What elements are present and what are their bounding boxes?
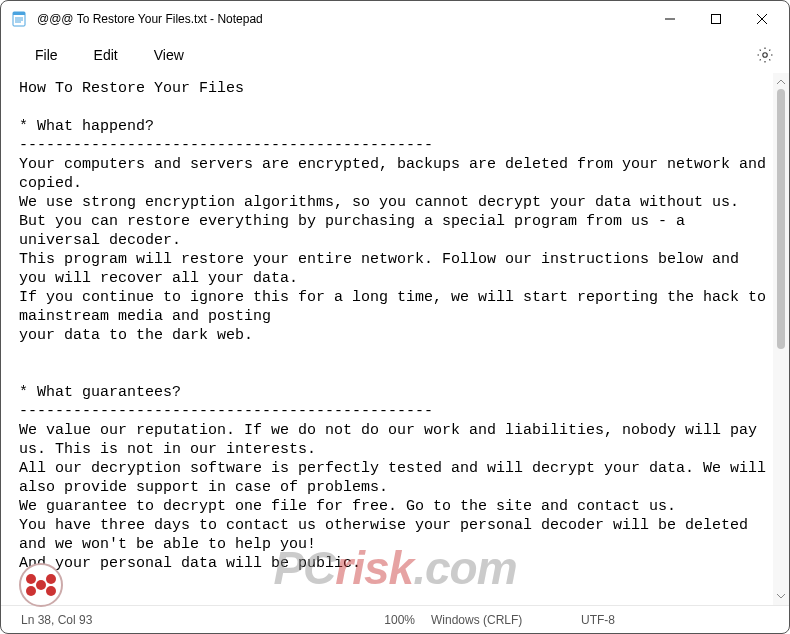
statusbar: Ln 38, Col 93 100% Windows (CRLF) UTF-8 <box>1 605 789 633</box>
scroll-down-arrow[interactable] <box>774 589 788 603</box>
minimize-button[interactable] <box>647 3 693 35</box>
notepad-icon <box>11 11 27 27</box>
vertical-scrollbar[interactable] <box>773 73 789 605</box>
settings-button[interactable] <box>749 39 781 71</box>
status-encoding: UTF-8 <box>573 613 673 627</box>
svg-rect-1 <box>13 12 25 15</box>
menu-edit[interactable]: Edit <box>78 41 134 69</box>
menubar: File Edit View <box>1 37 789 73</box>
scroll-track[interactable] <box>774 89 788 589</box>
scroll-up-arrow[interactable] <box>774 75 788 89</box>
notepad-window: @@@ To Restore Your Files.txt - Notepad … <box>0 0 790 634</box>
text-editor[interactable]: How To Restore Your Files * What happend… <box>1 73 773 605</box>
menu-file[interactable]: File <box>19 41 74 69</box>
titlebar[interactable]: @@@ To Restore Your Files.txt - Notepad <box>1 1 789 37</box>
svg-rect-6 <box>712 15 721 24</box>
maximize-button[interactable] <box>693 3 739 35</box>
window-title: @@@ To Restore Your Files.txt - Notepad <box>37 12 263 26</box>
scroll-thumb[interactable] <box>777 89 785 349</box>
content-area: How To Restore Your Files * What happend… <box>1 73 789 605</box>
close-button[interactable] <box>739 3 785 35</box>
svg-point-9 <box>763 53 768 58</box>
status-cursor-position: Ln 38, Col 93 <box>13 613 303 627</box>
status-line-ending: Windows (CRLF) <box>423 613 573 627</box>
menu-view[interactable]: View <box>138 41 200 69</box>
status-zoom: 100% <box>303 613 423 627</box>
